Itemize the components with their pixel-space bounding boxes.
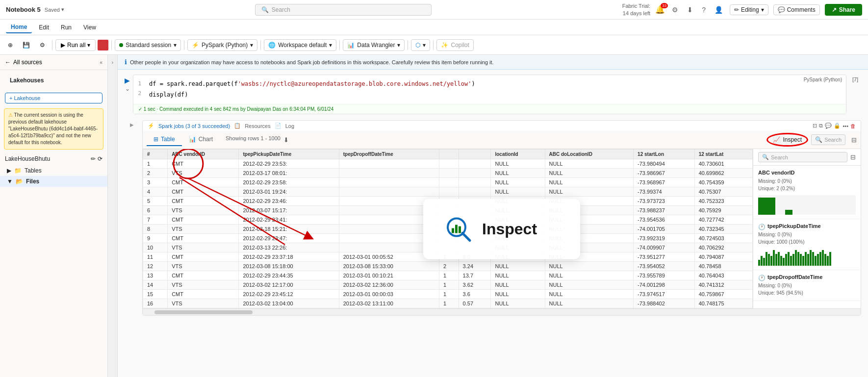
horizontal-scrollbar[interactable]	[143, 308, 861, 315]
pencil-icon: ✏	[734, 6, 739, 13]
run-all-button[interactable]: ▶ Run all ▾	[55, 39, 96, 51]
table-cell	[439, 187, 459, 197]
notebook-toolbar: ⊕ 💾 ⚙ ▶ Run all ▾ Standard session ▾ ⚡ P…	[0, 35, 868, 55]
filter-results-icon[interactable]: ⊟	[850, 153, 856, 161]
global-search-bar[interactable]: 🔍 Search	[255, 4, 432, 16]
edit-icon[interactable]: ✏	[91, 155, 96, 162]
refresh-icon[interactable]: ⟳	[98, 155, 102, 162]
vscode-button[interactable]: ⬡ ▾	[411, 39, 430, 51]
share-button[interactable]: ↗ Share	[825, 4, 862, 16]
menu-run[interactable]: Run	[56, 22, 77, 33]
table-cell: 9	[143, 234, 168, 243]
col-col4[interactable]	[439, 150, 459, 159]
cell-code[interactable]: df = spark.read.parquet(f'wasbs://nyctlc…	[145, 75, 846, 104]
lakehouse-item[interactable]: LakeHouseBhutu ✏ ⟳	[0, 152, 107, 165]
lakehouses-title: Lakehouses	[5, 73, 49, 88]
files-item[interactable]: ▼ 📂 Files	[0, 176, 107, 187]
filter-icon[interactable]: ⊟	[851, 136, 857, 144]
session-status-dot	[119, 43, 123, 47]
col-dolocationid[interactable]: ABC doLocationID	[545, 150, 634, 159]
inspect-button[interactable]: 📈 Inspect	[766, 133, 808, 147]
chevron-down-icon: ▾	[397, 42, 400, 49]
split-view-icon[interactable]: ⧉	[819, 123, 823, 129]
settings-icon[interactable]: ⚙	[670, 5, 680, 15]
expand-cell-button[interactable]: ⌄	[125, 85, 130, 92]
inspect-panel: 🔍 Search ⊟ ABC vendorID Missing: 0 (0	[753, 149, 861, 308]
table-cell: 2012-02-29 23:45:12	[239, 290, 339, 299]
save-button[interactable]: 💾	[19, 40, 34, 50]
back-to-sources[interactable]: ← All sources	[5, 59, 42, 66]
workspace-selector[interactable]: 🌐 Workspace default ▾	[264, 39, 336, 51]
separator-7	[433, 40, 434, 50]
lock-icon[interactable]: 🔒	[834, 123, 841, 129]
table-cell: 4	[143, 187, 168, 197]
search-placeholder: Search	[272, 6, 290, 13]
table-cell: CMT	[168, 271, 239, 280]
chevron-right-icon: ▼	[7, 178, 13, 185]
tab-table[interactable]: ⊞ Table	[147, 133, 182, 146]
help-icon[interactable]: ?	[700, 5, 708, 15]
table-cell: 3	[143, 178, 168, 187]
add-cell-below-button[interactable]: ⊕	[4, 40, 17, 50]
download-icon[interactable]: ⬇	[685, 5, 695, 15]
settings-button[interactable]: ⚙	[36, 40, 49, 50]
expand-icon[interactable]: ▶	[130, 122, 134, 127]
maximize-icon[interactable]: ⊡	[813, 123, 817, 129]
inspect-search-input[interactable]: 🔍 Search	[758, 152, 847, 162]
col-locationid[interactable]: locationId	[491, 150, 545, 159]
table-row: 3CMT2012-02-29 23:58:NULLNULL-73.9689674…	[143, 178, 753, 187]
table-cell: CMT	[168, 197, 239, 206]
table-cell: 40.732345	[694, 225, 752, 234]
table-cell: 1	[439, 271, 459, 280]
col-startlon[interactable]: 12 startLon	[634, 150, 695, 159]
table-cell: 3.6	[459, 290, 491, 299]
table-cell: CMT	[168, 178, 239, 187]
table-cell	[439, 159, 459, 169]
comments-button[interactable]: 💬 Comments	[773, 4, 820, 15]
output-toolbar: ⊡ ⧉ 💬 🔒 ••• 🗑	[813, 123, 856, 129]
collapse-sidebar-button[interactable]: «	[100, 60, 102, 65]
table-cell	[459, 159, 491, 169]
notification-bell[interactable]: 🔔 33	[655, 5, 665, 14]
cell-number: [7]	[849, 75, 861, 82]
menu-home[interactable]: Home	[6, 22, 32, 33]
more-icon[interactable]: •••	[842, 123, 848, 129]
download-table-icon[interactable]: ⬇	[283, 133, 289, 146]
chevron-down-icon: ▾	[423, 42, 426, 49]
add-lakehouse-button[interactable]: + Lakehouse	[5, 93, 102, 103]
output-search-bar[interactable]: 🔍 Search	[811, 134, 845, 145]
table-row: 4CMT2012-03-01 19:24:NULLNULL-73.9937440…	[143, 187, 753, 197]
profile-icon[interactable]: 👤	[713, 5, 725, 15]
session-selector[interactable]: Standard session ▾	[115, 39, 181, 51]
table-cell: NULL	[545, 271, 634, 280]
menu-edit[interactable]: Edit	[34, 22, 54, 33]
table-cell	[439, 178, 459, 187]
chat-icon[interactable]: 💬	[825, 123, 832, 129]
tab-chart[interactable]: 📊 Chart	[182, 133, 220, 146]
menu-view[interactable]: View	[78, 22, 101, 33]
chevron-down-icon[interactable]: ▾	[61, 6, 64, 13]
table-tabs: ⊞ Table 📊 Chart Showing rows 1 - 1000 ⬇	[147, 133, 289, 146]
comment-icon: 💬	[778, 6, 785, 13]
top-bar-right: Fabric Trial: 14 days left 🔔 33 ⚙ ⬇ ? 👤 …	[622, 2, 862, 17]
col-startlat[interactable]: 12 startLat	[694, 150, 752, 159]
run-cell-button[interactable]: ▶	[125, 76, 130, 84]
scrollbar-thumb[interactable]	[154, 310, 253, 314]
table-cell: -73.954536	[634, 215, 695, 225]
kernel-selector[interactable]: ⚡ PySpark (Python) ▾	[187, 39, 257, 51]
data-wrangler-button[interactable]: 📊 Data Wrangler ▾	[343, 39, 405, 51]
col-col5[interactable]	[459, 150, 491, 159]
rows-info: Showing rows 1 - 1000	[226, 135, 281, 146]
copilot-button[interactable]: ✨ Copilot	[436, 39, 473, 51]
tables-item[interactable]: ▶ 📁 Tables	[0, 165, 107, 176]
stop-button[interactable]	[98, 40, 108, 50]
delete-icon[interactable]: 🗑	[850, 123, 856, 129]
col-vendorid[interactable]: ABC vendorID	[168, 150, 239, 159]
editing-button[interactable]: ✏ Editing ▾	[730, 4, 768, 15]
col-dropoff[interactable]: tpepDropoffDateTime	[339, 150, 439, 159]
col-pickup[interactable]: tpepPickupDateTime	[239, 150, 339, 159]
table-cell: CMT	[168, 215, 239, 225]
table-row: 13CMT2012-02-29 23:44:352012-03-01 00:10…	[143, 271, 753, 280]
field-stats-pickup: Missing: 0 (0%) Unique: 1000 (100%)	[758, 231, 856, 246]
expand-panel-button[interactable]: ›	[108, 55, 118, 377]
